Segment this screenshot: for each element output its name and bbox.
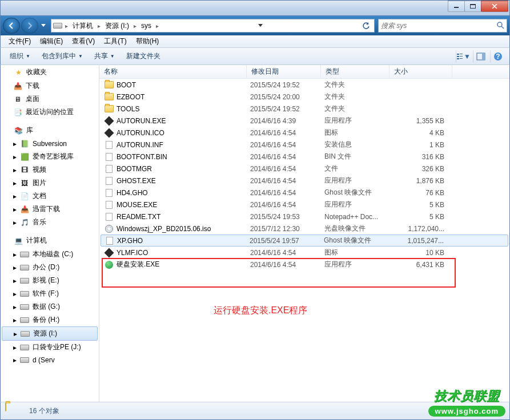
file-row[interactable]: TOOLS2015/5/24 19:52文件夹 — [99, 103, 509, 115]
file-row[interactable]: Windowszj_XP_BD2015.06.iso2015/7/12 12:3… — [99, 223, 509, 235]
history-dropdown[interactable] — [39, 18, 47, 34]
sidebar-item-desktop[interactable]: 🖥桌面 — [1, 92, 99, 106]
sidebar-item-drive-h[interactable]: ▸备份 (H:) — [1, 313, 99, 326]
svg-rect-9 — [460, 58, 463, 59]
close-button[interactable] — [481, 1, 508, 12]
minimize-button[interactable] — [448, 1, 465, 12]
sidebar-item-drive-e[interactable]: ▸影视 (E:) — [1, 274, 99, 287]
sidebar-item[interactable]: ▸🎞视频 — [1, 163, 99, 176]
file-row[interactable]: README.TXT2015/5/24 19:53Notepad++ Doc..… — [99, 211, 509, 223]
file-date: 2014/6/16 4:54 — [250, 165, 324, 173]
chevron-right-icon[interactable]: ▸ — [95, 23, 103, 29]
sidebar-item-drive-d[interactable]: ▸办公 (D:) — [1, 261, 99, 274]
sidebar-item[interactable]: ▸📄文档 — [1, 189, 99, 203]
file-icon — [104, 80, 114, 90]
column-size[interactable]: 大小 — [389, 65, 452, 79]
file-name: EZBOOT — [117, 93, 250, 101]
sidebar-item-recent[interactable]: 📑最近访问的位置 — [1, 106, 99, 119]
maximize-button[interactable] — [464, 1, 481, 12]
svg-rect-11 — [482, 53, 485, 60]
sidebar-libraries-header[interactable]: 📚库 — [1, 123, 99, 138]
file-row[interactable]: AUTORUN.ICO2014/6/16 4:54图标4 KB — [99, 127, 509, 139]
file-icon — [104, 104, 114, 114]
sidebar-item-drive-g[interactable]: ▸数据 (G:) — [1, 300, 99, 313]
search-icon[interactable] — [496, 21, 504, 31]
file-row[interactable]: XP.GHO2015/5/24 19:57Ghost 映像文件1,015,247… — [101, 235, 508, 247]
sidebar-favorites-header[interactable]: ★收藏夹 — [1, 65, 99, 79]
back-button[interactable] — [3, 18, 20, 34]
file-row[interactable]: MOUSE.EXE2014/6/16 4:54应用程序5 KB — [99, 199, 509, 211]
file-icon — [104, 176, 114, 185]
file-row[interactable]: HD4.GHO2014/6/16 4:54Ghost 映像文件76 KB — [99, 187, 509, 199]
breadcrumb-item[interactable]: 计算机 — [70, 20, 95, 32]
collapse-icon[interactable] — [4, 69, 10, 75]
column-type[interactable]: 类型 — [321, 65, 389, 79]
menu-help[interactable]: 帮助(H) — [131, 35, 164, 47]
navigation-bar: ▸ 计算机 ▸ 资源 (I:) ▸ sys ▸ — [0, 16, 510, 35]
breadcrumb-dropdown-icon[interactable] — [254, 20, 267, 31]
watermark: 技术员联盟 www.jsgho.com — [428, 387, 505, 417]
computer-icon: 💻 — [14, 236, 23, 245]
file-name: GHOST.EXE — [117, 177, 250, 185]
sidebar-item-drive-f[interactable]: ▸软件 (F:) — [1, 287, 99, 300]
drive-icon — [20, 250, 29, 259]
breadcrumb-item[interactable]: sys — [139, 21, 154, 31]
preview-pane-icon[interactable] — [473, 50, 488, 63]
menu-edit[interactable]: 编辑(E) — [35, 35, 67, 47]
sidebar-item[interactable]: ▸🎵音乐 — [1, 216, 99, 229]
menu-tools[interactable]: 工具(T) — [99, 35, 131, 47]
view-options-icon[interactable]: ▼ — [456, 50, 471, 63]
sidebar-item[interactable]: ▸📗Subversion — [1, 138, 99, 150]
breadcrumb[interactable]: ▸ 计算机 ▸ 资源 (I:) ▸ sys ▸ — [51, 19, 375, 33]
main-area: ★收藏夹 📥下载 🖥桌面 📑最近访问的位置 📚库 ▸📗Subversion ▸🟩… — [0, 65, 510, 402]
menu-view[interactable]: 查看(V) — [67, 35, 99, 47]
file-type: Ghost 映像文件 — [324, 188, 393, 197]
collapse-icon[interactable] — [4, 127, 10, 134]
help-icon[interactable]: ? — [490, 50, 505, 63]
file-list[interactable]: BOOT2015/5/24 19:52文件夹EZBOOT2015/5/24 20… — [99, 79, 509, 270]
file-name: XP.GHO — [117, 237, 250, 245]
file-row[interactable]: AUTORUN.INF2014/6/16 4:54安装信息1 KB — [99, 139, 509, 151]
refresh-icon[interactable] — [359, 20, 373, 31]
file-type: 文件夹 — [324, 80, 393, 90]
sidebar-item[interactable]: ▸🟩爱奇艺影视库 — [1, 150, 99, 163]
chevron-right-icon[interactable]: ▸ — [154, 23, 161, 29]
file-row[interactable]: BOOTMGR2014/6/16 4:54文件326 KB — [99, 163, 509, 175]
chevron-right-icon[interactable]: ▸ — [131, 23, 139, 29]
search-input[interactable] — [381, 22, 496, 30]
svg-rect-2 — [470, 4, 476, 5]
forward-button[interactable] — [21, 18, 38, 34]
column-date[interactable]: 修改日期 — [247, 65, 321, 79]
file-row[interactable]: BOOT2015/5/24 19:52文件夹 — [99, 79, 509, 91]
sidebar-item[interactable]: ▸🖼图片 — [1, 176, 99, 189]
sidebar-item[interactable]: ▸📥迅雷下载 — [1, 203, 99, 216]
collapse-icon[interactable] — [4, 237, 10, 244]
file-row[interactable]: GHOST.EXE2014/6/16 4:54应用程序1,876 KB — [99, 175, 509, 187]
file-row[interactable]: AUTORUN.EXE2014/6/16 4:39应用程序1,355 KB — [99, 115, 509, 127]
file-date: 2015/5/24 19:52 — [250, 81, 324, 89]
chevron-right-icon[interactable]: ▸ — [63, 23, 70, 29]
file-size: 1,355 KB — [393, 117, 450, 125]
menu-file[interactable]: 文件(F) — [4, 35, 35, 47]
file-row[interactable]: EZBOOT2015/5/24 20:00文件夹 — [99, 91, 509, 103]
file-name: HD4.GHO — [117, 189, 250, 197]
column-name[interactable]: 名称 — [99, 65, 247, 79]
file-size: 4 KB — [393, 129, 450, 137]
sidebar-item-drive-serv[interactable]: ▸d (Serv — [1, 354, 99, 366]
organize-button[interactable]: 组织▼ — [5, 50, 35, 63]
sidebar-item-downloads[interactable]: 📥下载 — [1, 79, 99, 92]
sidebar-computer-header[interactable]: 💻计算机 — [1, 233, 99, 248]
newfolder-button[interactable]: 新建文件夹 — [122, 50, 165, 63]
file-row[interactable]: BOOTFONT.BIN2014/6/16 4:54BIN 文件316 KB — [99, 151, 509, 163]
search-box[interactable] — [378, 19, 507, 33]
include-button[interactable]: 包含到库中▼ — [37, 50, 87, 63]
sidebar-item-drive-c[interactable]: ▸本地磁盘 (C:) — [1, 248, 99, 261]
file-row[interactable]: 硬盘安装.EXE2014/6/16 4:54应用程序6,431 KB — [99, 259, 509, 270]
breadcrumb-item[interactable]: 资源 (I:) — [103, 20, 131, 32]
share-button[interactable]: 共享▼ — [90, 50, 119, 63]
sidebar-item-drive-i[interactable]: ▸资源 (I:) — [2, 326, 98, 341]
file-size: 1 KB — [393, 141, 450, 149]
sidebar-item-drive-j[interactable]: ▸口袋专业PE (J:) — [1, 341, 99, 354]
file-name: AUTORUN.INF — [117, 141, 250, 149]
file-row[interactable]: YLMF.ICO2014/6/16 4:54图标10 KB — [99, 247, 509, 259]
